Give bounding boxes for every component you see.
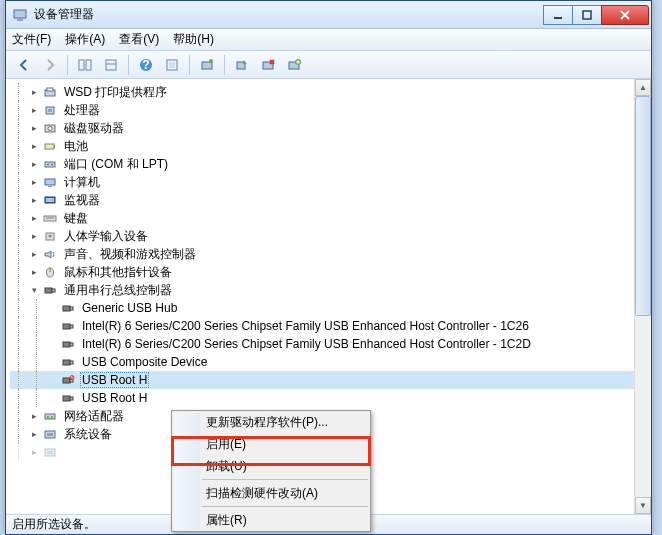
- back-button[interactable]: [12, 54, 36, 76]
- titlebar[interactable]: 设备管理器: [6, 1, 651, 29]
- vertical-scrollbar[interactable]: ▲ ▼: [634, 79, 651, 514]
- expand-icon[interactable]: ▸: [28, 266, 40, 278]
- battery-icon: [42, 138, 58, 154]
- expand-icon[interactable]: ▸: [28, 230, 40, 242]
- collapse-icon[interactable]: ▾: [28, 284, 40, 296]
- device-category[interactable]: ▸声音、视频和游戏控制器: [10, 245, 651, 263]
- device-category[interactable]: ▸键盘: [10, 209, 651, 227]
- svg-rect-36: [46, 198, 54, 202]
- menu-help[interactable]: 帮助(H): [173, 31, 214, 48]
- expand-icon[interactable]: ▸: [28, 212, 40, 224]
- expand-icon[interactable]: [46, 338, 58, 350]
- svg-rect-57: [70, 397, 73, 400]
- scroll-up-button[interactable]: ▲: [635, 79, 651, 96]
- svg-point-15: [209, 59, 213, 63]
- expand-icon[interactable]: ▸: [28, 248, 40, 260]
- menu-enable[interactable]: 启用(E): [172, 433, 370, 455]
- device-category[interactable]: ▸电池: [10, 137, 651, 155]
- device-item[interactable]: USB Root H: [10, 389, 651, 407]
- device-category[interactable]: ▸磁盘驱动器: [10, 119, 651, 137]
- expand-icon[interactable]: ▸: [28, 104, 40, 116]
- expand-icon[interactable]: ▸: [28, 194, 40, 206]
- toolbar-action-button[interactable]: [160, 54, 184, 76]
- device-item[interactable]: Intel(R) 6 Series/C200 Series Chipset Fa…: [10, 317, 651, 335]
- app-icon: [12, 7, 28, 23]
- expand-icon[interactable]: ▸: [28, 158, 40, 170]
- svg-rect-0: [14, 10, 26, 18]
- expand-icon[interactable]: ▸: [28, 410, 40, 422]
- device-category[interactable]: ▸鼠标和其他指针设备: [10, 263, 651, 281]
- menu-properties[interactable]: 属性(R): [172, 509, 370, 531]
- expand-icon[interactable]: [46, 302, 58, 314]
- expand-icon[interactable]: ▸: [28, 140, 40, 152]
- svg-rect-7: [86, 60, 91, 70]
- device-item[interactable]: USB Composite Device: [10, 353, 651, 371]
- usb-icon: [60, 300, 76, 316]
- svg-rect-6: [79, 60, 84, 70]
- menu-action[interactable]: 操作(A): [65, 31, 105, 48]
- svg-rect-34: [48, 186, 52, 187]
- scroll-down-button[interactable]: ▼: [635, 497, 651, 514]
- toolbar-view-button[interactable]: [99, 54, 123, 76]
- svg-rect-8: [106, 60, 116, 70]
- device-label: 声音、视频和游戏控制器: [62, 246, 198, 263]
- expand-icon[interactable]: [46, 356, 58, 368]
- close-button[interactable]: [601, 5, 649, 25]
- svg-rect-25: [48, 109, 52, 112]
- expand-icon[interactable]: [46, 320, 58, 332]
- device-label: 磁盘驱动器: [62, 120, 126, 137]
- menu-view[interactable]: 查看(V): [119, 31, 159, 48]
- monitor-icon: [42, 192, 58, 208]
- help-button[interactable]: ?: [134, 54, 158, 76]
- svg-rect-52: [70, 361, 73, 364]
- svg-rect-46: [70, 307, 73, 310]
- scroll-thumb[interactable]: [635, 96, 651, 316]
- svg-rect-51: [63, 360, 70, 365]
- expand-icon[interactable]: ▸: [28, 122, 40, 134]
- svg-rect-43: [45, 288, 52, 293]
- usb-icon: [60, 318, 76, 334]
- maximize-button[interactable]: [572, 5, 602, 25]
- enable-button[interactable]: [230, 54, 254, 76]
- device-item[interactable]: Intel(R) 6 Series/C200 Series Chipset Fa…: [10, 335, 651, 353]
- device-category[interactable]: ▾通用串行总线控制器: [10, 281, 651, 299]
- svg-rect-30: [45, 162, 55, 167]
- device-category[interactable]: ▸监视器: [10, 191, 651, 209]
- show-hide-console-button[interactable]: [73, 54, 97, 76]
- computer-icon: [42, 174, 58, 190]
- expand-icon[interactable]: ▸: [28, 86, 40, 98]
- device-category[interactable]: ▸端口 (COM 和 LPT): [10, 155, 651, 173]
- device-category[interactable]: ▸处理器: [10, 101, 651, 119]
- device-category[interactable]: ▸人体学输入设备: [10, 227, 651, 245]
- device-category[interactable]: ▸计算机: [10, 173, 651, 191]
- menu-uninstall[interactable]: 卸载(U): [172, 455, 370, 477]
- svg-rect-56: [63, 396, 70, 401]
- update-driver-button[interactable]: [282, 54, 306, 76]
- expand-icon[interactable]: ▸: [28, 428, 40, 440]
- expand-icon[interactable]: [46, 374, 58, 386]
- device-item[interactable]: Generic USB Hub: [10, 299, 651, 317]
- scan-hardware-button[interactable]: [195, 54, 219, 76]
- printer-icon: [42, 84, 58, 100]
- menu-update-driver[interactable]: 更新驱动程序软件(P)...: [172, 411, 370, 433]
- menu-file[interactable]: 文件(F): [12, 31, 51, 48]
- menubar: 文件(F) 操作(A) 查看(V) 帮助(H): [6, 29, 651, 51]
- svg-rect-28: [45, 144, 54, 149]
- system-icon: [42, 426, 58, 442]
- device-item[interactable]: USB Root H: [10, 371, 651, 389]
- forward-button[interactable]: [38, 54, 62, 76]
- expand-icon[interactable]: [46, 392, 58, 404]
- device-label: Intel(R) 6 Series/C200 Series Chipset Fa…: [80, 319, 531, 333]
- device-label: Generic USB Hub: [80, 301, 179, 315]
- svg-rect-53: [63, 378, 70, 383]
- device-category[interactable]: ▸WSD 打印提供程序: [10, 83, 651, 101]
- window-controls: [544, 5, 649, 25]
- device-label: 电池: [62, 138, 90, 155]
- toolbar-separator: [189, 55, 190, 75]
- minimize-button[interactable]: [543, 5, 573, 25]
- expand-icon[interactable]: ▸: [28, 176, 40, 188]
- device-label: 计算机: [62, 174, 102, 191]
- uninstall-button[interactable]: [256, 54, 280, 76]
- usb-disabled-icon: [60, 372, 76, 388]
- menu-scan-hardware[interactable]: 扫描检测硬件改动(A): [172, 482, 370, 504]
